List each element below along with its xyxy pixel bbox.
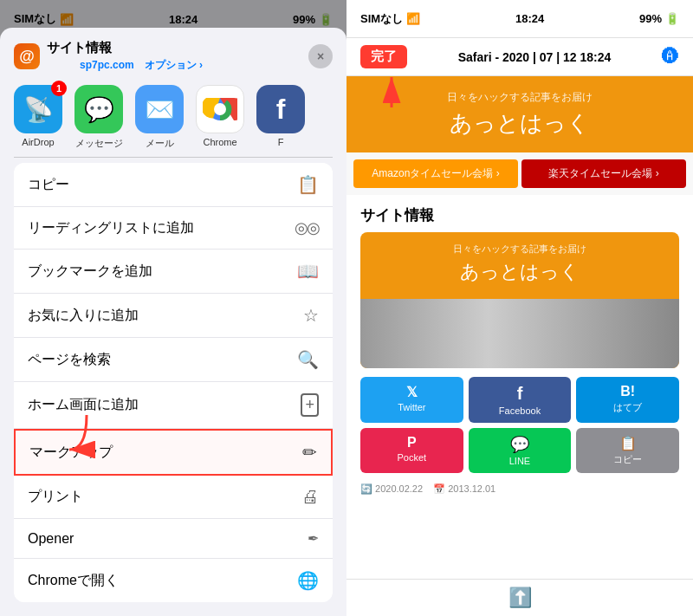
facebook-share-button[interactable]: f Facebook bbox=[469, 377, 572, 423]
app-icon-facebook[interactable]: f F bbox=[253, 85, 308, 150]
search-icon: 🔍 bbox=[297, 349, 319, 370]
left-panel: SIMなし 📶 18:24 99% 🔋 @ サイト情報 sp7pc.com オプ… bbox=[0, 0, 346, 616]
menu-item-search[interactable]: ページを検索 🔍 bbox=[14, 338, 333, 382]
chrome-label: Chrome bbox=[203, 137, 236, 147]
app-icon-chrome[interactable]: Chrome bbox=[192, 85, 248, 150]
chrome-icon-circle bbox=[196, 85, 244, 133]
mail-label: メール bbox=[146, 137, 174, 150]
app-icons-row: 📡 1 AirDrop 💬 メッセージ ✉️ bbox=[0, 78, 346, 157]
site-info-section: サイト情報 日々をハックする記事をお届け あっとはっく 𝕏 Twitter bbox=[346, 195, 693, 510]
mail-symbol: ✉️ bbox=[145, 95, 175, 124]
copy-share-button[interactable]: 📋 コピー bbox=[576, 428, 679, 473]
menu-item-bookmark[interactable]: ブックマークを追加 📖 bbox=[14, 250, 333, 294]
status-bar-right: SIMなし 📶 18:24 99% 🔋 bbox=[346, 0, 693, 38]
messages-icon-circle: 💬 bbox=[74, 85, 123, 133]
messages-label: メッセージ bbox=[75, 137, 123, 150]
twitter-icon: 𝕏 bbox=[406, 384, 418, 400]
home-icon: + bbox=[301, 393, 319, 417]
menu-favorite-label: お気に入りに追加 bbox=[28, 307, 139, 325]
menu-item-readinglist[interactable]: リーディングリストに追加 ◎◎ bbox=[14, 207, 333, 250]
app-icon-airdrop[interactable]: 📡 1 AirDrop bbox=[10, 85, 66, 150]
share-app-icon: @ bbox=[14, 43, 40, 69]
print-icon: 🖨 bbox=[301, 487, 319, 507]
facebook-icon-circle: f bbox=[256, 85, 305, 133]
arrow-done-svg bbox=[366, 64, 418, 107]
close-button[interactable]: × bbox=[308, 44, 333, 68]
nav-title: Safari - 2020 | 07 | 12 18:24 bbox=[458, 50, 612, 64]
menu-item-print[interactable]: プリント 🖨 bbox=[14, 476, 333, 519]
website-content: 日々をハックする記事をお届け あっとはっく Amazonタイムセール会場 › 楽… bbox=[346, 76, 693, 579]
promo-bar: Amazonタイムセール会場 › 楽天タイムセール会場 › bbox=[346, 152, 693, 195]
arrow-done-indicator bbox=[366, 64, 418, 111]
nav-bar-container: 完了 Safari - 2020 | 07 | 12 18:24 🅐 bbox=[346, 38, 693, 76]
facebook-share-label: Facebook bbox=[499, 405, 541, 416]
preview-img-gradient bbox=[360, 299, 679, 368]
amazon-promo-button[interactable]: Amazonタイムセール会場 › bbox=[353, 159, 518, 188]
pocket-share-button[interactable]: P Pocket bbox=[360, 428, 463, 473]
footer-date2: 📅 2013.12.01 bbox=[433, 483, 495, 495]
battery-right: 99% bbox=[639, 12, 662, 25]
footer-date1: 🔄 2020.02.22 bbox=[360, 483, 423, 495]
app-icon-mail[interactable]: ✉️ メール bbox=[132, 85, 187, 150]
menu-items-group: コピー 📋 リーディングリストに追加 ◎◎ ブックマークを追加 📖 お気に入りに… bbox=[14, 163, 333, 602]
time-right: 18:24 bbox=[515, 12, 544, 25]
share-sheet-content: @ サイト情報 sp7pc.com オプション › × 📡 1 bbox=[0, 28, 346, 616]
status-carrier-group: SIMなし 📶 bbox=[360, 11, 420, 27]
status-battery-group: 99% 🔋 bbox=[639, 12, 679, 25]
copy-share-label: コピー bbox=[613, 453, 642, 466]
share-title-main: @ サイト情報 sp7pc.com オプション › bbox=[14, 40, 203, 73]
menu-search-label: ページを検索 bbox=[28, 351, 111, 369]
battery-icon-right: 🔋 bbox=[665, 12, 679, 25]
line-share-button[interactable]: 💬 LINE bbox=[469, 428, 572, 473]
facebook-symbol: f bbox=[276, 94, 286, 126]
menu-opener-label: Opener bbox=[28, 531, 74, 547]
share-buttons-grid: 𝕏 Twitter f Facebook B! はてブ P Pocket 💬 bbox=[360, 377, 679, 473]
reading-icon: ◎◎ bbox=[295, 218, 319, 237]
wifi-icon-right: 📶 bbox=[406, 12, 420, 25]
menu-chromeopen-label: Chromeで開く bbox=[28, 572, 119, 590]
menu-copy-label: コピー bbox=[28, 176, 69, 194]
facebook-share-icon: f bbox=[517, 384, 523, 404]
app-icon-messages[interactable]: 💬 メッセージ bbox=[71, 85, 126, 150]
site-preview-image bbox=[360, 299, 679, 368]
menu-item-opener[interactable]: Opener ✒ bbox=[14, 519, 333, 559]
share-title-text: サイト情報 bbox=[47, 40, 203, 56]
messages-symbol: 💬 bbox=[84, 95, 114, 124]
share-subtitle: sp7pc.com オプション › bbox=[47, 58, 203, 73]
site-header-title: あっとはっく bbox=[360, 108, 679, 139]
twitter-share-button[interactable]: 𝕏 Twitter bbox=[360, 377, 463, 423]
site-preview-inner: 日々をハックする記事をお届け あっとはっく bbox=[360, 232, 679, 299]
airdrop-badge: 1 bbox=[51, 81, 67, 96]
menu-readinglist-label: リーディングリストに追加 bbox=[28, 219, 194, 237]
airdrop-label: AirDrop bbox=[22, 137, 54, 147]
right-panel: SIMなし 📶 18:24 99% 🔋 完了 Safari - 2020 | 0… bbox=[346, 0, 693, 616]
copy-icon: 📋 bbox=[297, 174, 319, 195]
menu-item-favorite[interactable]: お気に入りに追加 ☆ bbox=[14, 294, 333, 338]
site-footer: 🔄 2020.02.22 📅 2013.12.01 bbox=[360, 478, 679, 500]
opener-icon: ✒ bbox=[308, 530, 319, 547]
hatena-share-button[interactable]: B! はてブ bbox=[576, 377, 679, 423]
mail-icon-circle: ✉️ bbox=[135, 85, 184, 133]
rakuten-promo-button[interactable]: 楽天タイムセール会場 › bbox=[521, 159, 686, 188]
menu-item-copy[interactable]: コピー 📋 bbox=[14, 163, 333, 207]
pocket-icon: P bbox=[407, 435, 417, 451]
menu-bookmark-label: ブックマークを追加 bbox=[28, 263, 152, 281]
share-toolbar-icon[interactable]: ⬆️ bbox=[508, 587, 532, 609]
menu-item-chromeopen[interactable]: Chromeで開く 🌐 bbox=[14, 559, 333, 602]
bookmark-icon: 📖 bbox=[297, 261, 319, 282]
site-preview-sub: 日々をハックする記事をお届け bbox=[371, 243, 669, 256]
chrome-svg-icon bbox=[203, 92, 237, 126]
svg-point-2 bbox=[214, 103, 226, 115]
share-sheet-overlay: @ サイト情報 sp7pc.com オプション › × 📡 1 bbox=[0, 0, 346, 616]
arrow-svg bbox=[52, 406, 121, 458]
site-info-title: サイト情報 bbox=[360, 205, 679, 225]
twitter-label: Twitter bbox=[398, 402, 425, 412]
line-icon: 💬 bbox=[510, 435, 529, 454]
nav-profile-icon: 🅐 bbox=[662, 47, 679, 67]
copy-share-icon: 📋 bbox=[619, 435, 637, 451]
menu-print-label: プリント bbox=[28, 488, 83, 506]
site-preview-card: 日々をハックする記事をお届け あっとはっく bbox=[360, 232, 679, 368]
hatena-icon: B! bbox=[620, 384, 635, 399]
arrow-markup-indicator bbox=[52, 406, 121, 462]
separator-1 bbox=[14, 157, 333, 158]
